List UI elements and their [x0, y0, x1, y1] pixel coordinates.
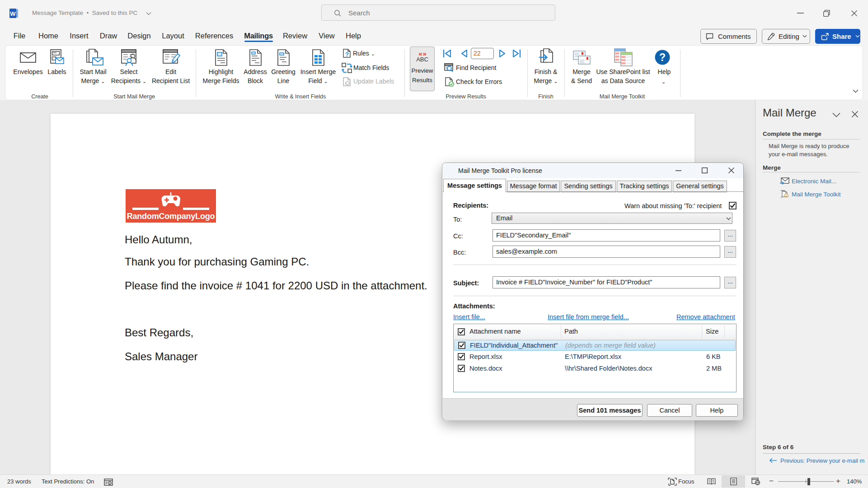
svg-text:?: ?: [345, 51, 349, 58]
svg-text:W: W: [10, 10, 16, 17]
svg-text:?: ?: [659, 51, 666, 63]
